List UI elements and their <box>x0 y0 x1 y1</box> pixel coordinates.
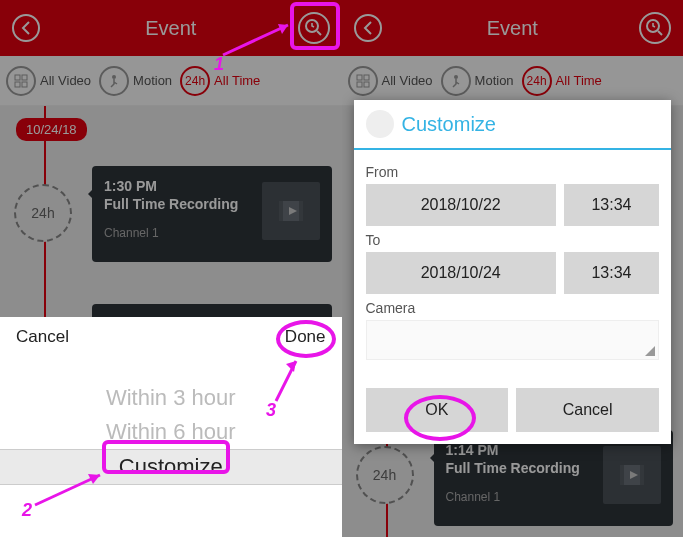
to-label: To <box>366 232 660 248</box>
cancel-button[interactable]: Cancel <box>516 388 659 432</box>
dialog-title: Customize <box>402 113 496 136</box>
picker-row[interactable]: Within 6 hour <box>0 415 342 449</box>
to-date-field[interactable]: 2018/10/24 <box>366 252 556 294</box>
camera-label: Camera <box>366 300 660 316</box>
picker-wheel[interactable]: Within 3 hour Within 6 hour Customize <box>0 381 342 485</box>
time-picker-sheet: Cancel Done Within 3 hour Within 6 hour … <box>0 317 342 537</box>
picker-row-selected[interactable]: Customize <box>0 449 342 485</box>
dialog-title-bar: Customize <box>354 100 672 150</box>
dialog-icon <box>366 110 394 138</box>
picker-row[interactable]: Within 3 hour <box>0 381 342 415</box>
cancel-button[interactable]: Cancel <box>16 327 69 347</box>
left-screen: Event All Video Motion 24h All Time 10/2… <box>0 0 342 537</box>
from-label: From <box>366 164 660 180</box>
from-time-field[interactable]: 13:34 <box>564 184 659 226</box>
from-date-field[interactable]: 2018/10/22 <box>366 184 556 226</box>
done-button[interactable]: Done <box>285 327 326 347</box>
modal-overlay <box>0 0 342 317</box>
customize-dialog: Customize From 2018/10/22 13:34 To 2018/… <box>354 100 672 444</box>
right-screen: Event All Video Motion 24h All Time 24h <box>342 0 684 537</box>
to-time-field[interactable]: 13:34 <box>564 252 659 294</box>
camera-field[interactable] <box>366 320 660 360</box>
ok-button[interactable]: OK <box>366 388 509 432</box>
